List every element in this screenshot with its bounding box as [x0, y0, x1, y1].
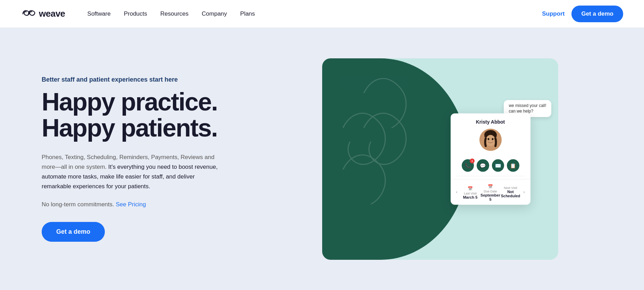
patient-card: Kristy Abbot: [451, 113, 530, 205]
due-date-label: Due Date: [480, 189, 501, 193]
patient-name: Kristy Abbot: [456, 119, 525, 124]
svg-point-4: [492, 138, 493, 140]
nav-products[interactable]: Products: [118, 8, 153, 20]
hero-right: we missed your call! can we help? Kristy…: [264, 58, 616, 260]
patient-avatar-image: [479, 129, 502, 151]
patient-actions: 📞 1 💬 ✉️ 📋: [456, 155, 525, 176]
mockup-pattern: [322, 58, 468, 260]
hero-headline-line1: Happy practice.: [42, 88, 217, 116]
support-link[interactable]: Support: [542, 10, 564, 17]
due-date-info: 📅 Due Date September 5: [480, 183, 501, 201]
email-action-icon[interactable]: ✉️: [492, 159, 504, 172]
nav-company[interactable]: Company: [196, 8, 233, 20]
hero-headline: Happy practice. Happy patients.: [42, 89, 243, 141]
hero-demo-button[interactable]: Get a demo: [42, 222, 105, 242]
hero-body: Phones, Texting, Scheduling, Reminders, …: [42, 152, 222, 191]
logo-text: weave: [39, 8, 65, 19]
svg-point-3: [487, 138, 489, 140]
nav-plans[interactable]: Plans: [235, 8, 261, 20]
next-visit-date: Not Scheduled: [501, 190, 521, 198]
patient-card-header: Kristy Abbot: [451, 113, 530, 179]
hero-headline-line2: Happy patients.: [42, 114, 217, 142]
prev-visit-button[interactable]: ‹: [453, 189, 460, 196]
hero-section: Better staff and patient experiences sta…: [0, 28, 644, 290]
phone-action-icon[interactable]: 📞 1: [462, 159, 474, 172]
logo-link[interactable]: weave: [21, 8, 65, 19]
missed-call-text: we missed your call! can we help?: [509, 103, 546, 114]
phone-badge: 1: [470, 158, 475, 163]
navigation: weave Software Products Resources Compan…: [0, 0, 644, 28]
patient-visits: ‹ 📅 Last Visit March 5 📅 Due Date Septem…: [451, 179, 530, 205]
nav-demo-button[interactable]: Get a demo: [571, 6, 623, 22]
hero-tagline: Better staff and patient experiences sta…: [42, 76, 243, 83]
logo-icon: [21, 9, 36, 19]
calendar-icon-2: 📅: [488, 184, 493, 189]
last-visit-date: March 5: [460, 195, 480, 199]
patient-avatar: [479, 129, 502, 151]
hero-pricing-text: No long-term commitments.: [42, 201, 114, 208]
notes-action-icon[interactable]: 📋: [507, 159, 519, 172]
mockup-container: we missed your call! can we help? Kristy…: [322, 58, 558, 260]
svg-point-2: [486, 135, 495, 146]
message-action-icon[interactable]: 💬: [477, 159, 489, 172]
next-visit-label: Next Visit: [501, 186, 521, 190]
last-visit-label: Last Visit: [460, 191, 480, 195]
nav-links: Software Products Resources Company Plan…: [82, 8, 542, 20]
hero-pricing: No long-term commitments. See Pricing: [42, 201, 243, 208]
hero-left: Better staff and patient experiences sta…: [42, 76, 243, 242]
last-visit-info: 📅 Last Visit March 5: [460, 185, 480, 199]
next-visit-button[interactable]: ›: [521, 189, 528, 196]
nav-resources[interactable]: Resources: [155, 8, 194, 20]
next-visit-info: Next Visit Not Scheduled: [501, 186, 521, 198]
nav-right: Support Get a demo: [542, 6, 623, 22]
calendar-icon: 📅: [468, 186, 473, 191]
see-pricing-link[interactable]: See Pricing: [116, 201, 146, 208]
missed-call-line1: we missed your call!: [509, 103, 546, 108]
mockup-bg-shape: [322, 58, 468, 260]
due-date-value: September 5: [480, 193, 501, 201]
nav-software[interactable]: Software: [82, 8, 116, 20]
